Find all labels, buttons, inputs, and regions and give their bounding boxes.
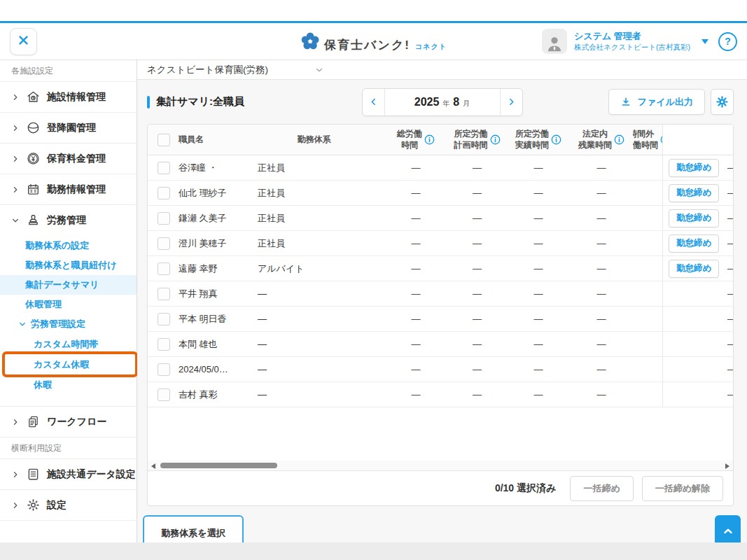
sidebar-item-label: 施設情報管理 bbox=[47, 91, 106, 104]
sidebar-subitem[interactable]: 勤務体系の設定 bbox=[0, 236, 137, 255]
staff-name: 平本 明日香 bbox=[179, 313, 227, 326]
title-toolbar: 集計サマリ:全職員 2025 年 8 月 ファイル出力 bbox=[137, 80, 747, 124]
cell-worktype: — bbox=[244, 357, 384, 382]
cell-value: — bbox=[570, 231, 633, 255]
sidebar-item-shared-data[interactable]: 施設共通データ設定 bbox=[0, 459, 137, 490]
row-checkbox[interactable] bbox=[158, 212, 170, 225]
cell-worktype: 正社員 bbox=[244, 206, 384, 230]
cell-value: — bbox=[507, 206, 570, 230]
row-checkbox[interactable] bbox=[158, 262, 170, 275]
attendance-close-button[interactable]: 勤怠締め bbox=[669, 209, 719, 227]
sidebar-subitem[interactable]: 勤務体系と職員紐付け bbox=[0, 255, 137, 275]
cell-value: — bbox=[384, 382, 447, 407]
sidebar-subitem[interactable]: カスタム時間帯 bbox=[0, 334, 137, 354]
next-month-button[interactable] bbox=[501, 89, 522, 115]
clipped-cell-value: — bbox=[727, 314, 734, 324]
cell-value: — bbox=[570, 357, 633, 382]
sidebar-item-gate[interactable]: 登降園管理 bbox=[0, 113, 137, 144]
info-icon[interactable] bbox=[551, 134, 561, 145]
month-navigator: 2025 年 8 月 bbox=[362, 88, 523, 116]
bottom-bar: 勤務体系を選択 bbox=[137, 506, 747, 543]
attendance-close-button[interactable]: 勤怠締め bbox=[669, 184, 719, 202]
help-button[interactable]: ? bbox=[718, 32, 737, 51]
shared-data-icon bbox=[26, 467, 41, 482]
row-checkbox[interactable] bbox=[158, 363, 170, 376]
sidebar-item-schedule[interactable]: 勤務情報管理 bbox=[0, 174, 137, 205]
user-role: システム 管理者 bbox=[574, 31, 690, 42]
row-checkbox[interactable] bbox=[158, 134, 170, 146]
cell-staff-name: 本間 雄也 bbox=[148, 332, 244, 356]
clipped-cell-value: — bbox=[727, 288, 734, 299]
bulk-close-button[interactable]: 一括締め bbox=[570, 476, 633, 501]
cell-staff-name: 谷澤瞳 ・ bbox=[148, 155, 244, 180]
info-icon[interactable] bbox=[614, 134, 624, 145]
sidebar-section-label: 各施設設定 bbox=[0, 60, 137, 82]
sidebar-subitem-label: 勤務体系の設定 bbox=[25, 239, 89, 252]
sidebar-item-labor[interactable]: 労務管理 bbox=[0, 205, 137, 236]
user-menu[interactable]: システム 管理者 株式会社ネクストビート(吉村真彩) bbox=[542, 29, 713, 54]
bulk-unclose-button[interactable]: 一括締め解除 bbox=[642, 476, 723, 501]
staff-name: 2024/05/0… bbox=[179, 364, 228, 374]
sidebar-subitem[interactable]: 集計データサマリ bbox=[0, 275, 137, 295]
row-checkbox[interactable] bbox=[158, 237, 170, 250]
chevron-right-icon bbox=[11, 93, 20, 102]
user-caret-down-icon[interactable] bbox=[701, 39, 708, 44]
cell-actions: 勤怠締め— bbox=[662, 231, 734, 255]
cell-actions: 勤怠締め— bbox=[662, 181, 734, 205]
sidebar-item-facility[interactable]: 施設情報管理 bbox=[0, 82, 137, 113]
prev-month-button[interactable] bbox=[363, 89, 384, 115]
cell-value: — bbox=[384, 181, 447, 205]
year-value: 2025 bbox=[414, 96, 440, 108]
settings-icon bbox=[26, 498, 41, 512]
sidebar-subitem[interactable]: 労務管理設定 bbox=[0, 314, 137, 334]
download-icon bbox=[620, 97, 631, 108]
column-header-name: 職員名 bbox=[148, 125, 244, 155]
facility-selector-value[interactable]: ネクストビート保育園(労務) bbox=[147, 64, 268, 76]
scroll-right-arrow-icon[interactable] bbox=[725, 463, 729, 469]
gate-icon bbox=[26, 120, 41, 135]
row-checkbox[interactable] bbox=[158, 313, 170, 326]
table-settings-button[interactable] bbox=[711, 89, 734, 115]
info-icon[interactable] bbox=[490, 134, 501, 145]
scroll-left-arrow-icon[interactable] bbox=[151, 463, 155, 469]
chevron-right-icon bbox=[11, 418, 20, 426]
close-menu-button[interactable] bbox=[10, 28, 37, 55]
cell-value: — bbox=[507, 256, 570, 281]
sidebar-subitem[interactable]: 休暇 bbox=[0, 374, 137, 395]
cell-staff-name: 遠藤 幸野 bbox=[148, 256, 244, 281]
sidebar-item-workflow[interactable]: ワークフロー bbox=[0, 407, 137, 438]
cell-worktype: — bbox=[244, 382, 384, 407]
cell-clipped bbox=[633, 155, 662, 180]
row-checkbox[interactable] bbox=[158, 187, 170, 200]
schedule-icon bbox=[26, 182, 41, 197]
sidebar-item-fee[interactable]: 保育料金管理 bbox=[0, 144, 137, 174]
scrollbar-thumb[interactable] bbox=[160, 463, 277, 468]
selection-status: 0/10 選択済み bbox=[495, 482, 556, 495]
sidebar-subitem[interactable]: カスタム休暇 bbox=[0, 354, 137, 374]
horizontal-scrollbar[interactable] bbox=[148, 461, 733, 470]
toolbar-actions: ファイル出力 bbox=[608, 89, 734, 115]
sidebar-subitem[interactable]: 休暇管理 bbox=[0, 295, 137, 314]
cell-value: — bbox=[570, 307, 633, 331]
row-checkbox[interactable] bbox=[158, 338, 170, 351]
attendance-close-button[interactable]: 勤怠締め bbox=[669, 159, 719, 177]
cell-worktype: アルバイト bbox=[244, 256, 384, 281]
sidebar-item-settings[interactable]: 設定 bbox=[0, 490, 137, 521]
file-export-button[interactable]: ファイル出力 bbox=[608, 89, 705, 115]
attendance-close-button[interactable]: 勤怠締め bbox=[669, 260, 719, 278]
column-header: 法定内残業時間 bbox=[570, 125, 633, 155]
cell-actions: — bbox=[662, 332, 734, 356]
row-checkbox[interactable] bbox=[158, 288, 170, 300]
facility-selector-bar[interactable]: ネクストビート保育園(労務) bbox=[137, 60, 747, 80]
page-title: 集計サマリ:全職員 bbox=[147, 95, 244, 108]
labor-icon bbox=[26, 214, 41, 228]
sidebar-subitem-label: カスタム休暇 bbox=[34, 358, 89, 371]
attendance-close-button[interactable]: 勤怠締め bbox=[669, 234, 719, 253]
row-checkbox[interactable] bbox=[158, 162, 170, 174]
sidebar-item-label: ワークフロー bbox=[47, 416, 106, 428]
info-icon[interactable] bbox=[424, 134, 435, 145]
row-checkbox[interactable] bbox=[158, 388, 170, 401]
cell-value: — bbox=[447, 307, 507, 331]
main-area: ネクストビート保育園(労務) 集計サマリ:全職員 2025 年 8 月 bbox=[137, 60, 747, 542]
column-header: 総労働時間 bbox=[384, 125, 447, 155]
